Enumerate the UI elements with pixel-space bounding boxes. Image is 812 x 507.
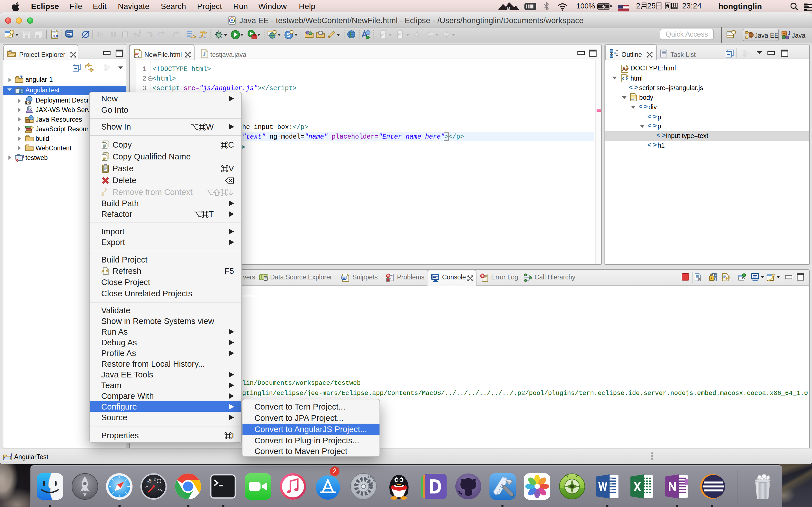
svg-text:J: J [203, 51, 206, 57]
svg-text:010: 010 [51, 34, 58, 38]
svg-text:3.0: 3.0 [26, 101, 30, 104]
svg-text:♫: ♫ [153, 476, 157, 482]
svg-text:M: M [507, 6, 510, 11]
svg-text:@: @ [147, 479, 152, 484]
svg-text:J: J [788, 30, 790, 36]
svg-text:J: J [22, 154, 24, 159]
svg-text:J: J [10, 453, 12, 457]
